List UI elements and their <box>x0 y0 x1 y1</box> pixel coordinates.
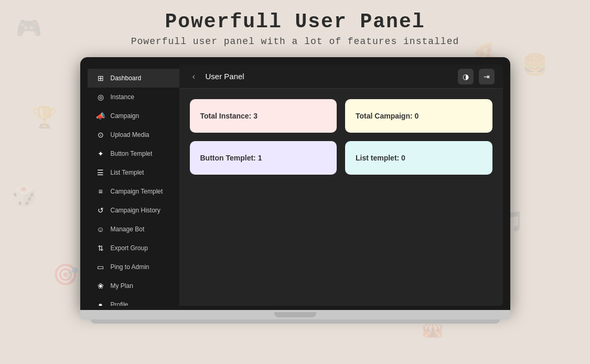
sidebar-item-campaign-templet[interactable]: ≡Campaign Templet <box>88 182 179 201</box>
ping-to-admin-icon: ▭ <box>96 262 105 272</box>
sidebar-label-upload-media: Upload Media <box>111 131 149 138</box>
manage-bot-icon: ☺ <box>96 224 105 234</box>
stat-label-button-templet: Button Templet: 1 <box>200 154 262 162</box>
sidebar-label-my-plan: My Plan <box>111 282 133 290</box>
logout-button[interactable]: ⇥ <box>479 69 495 84</box>
sidebar-item-my-plan[interactable]: ❀My Plan <box>88 276 179 295</box>
sidebar-label-manage-bot: Manage Bot <box>111 226 145 233</box>
sidebar-label-list-templet: List Templet <box>111 169 144 176</box>
sidebar-item-upload-media[interactable]: ⊙Upload Media <box>88 125 179 144</box>
sidebar-item-ping-to-admin[interactable]: ▭Ping to Admin <box>88 258 179 276</box>
app-container: ⊞Dashboard◎Instance📣Campaign⊙Upload Medi… <box>88 65 503 306</box>
sidebar-label-campaign-templet: Campaign Templet <box>111 188 163 195</box>
page-title: Powerfull User Panel <box>131 10 459 33</box>
laptop-foot <box>91 319 500 324</box>
campaign-templet-icon: ≡ <box>96 187 105 196</box>
sidebar-label-ping-to-admin: Ping to Admin <box>111 263 149 271</box>
header-left: ‹ User Panel <box>188 70 244 83</box>
sidebar-label-campaign: Campaign <box>111 112 140 120</box>
main-content: ‹ User Panel ◑ ⇥ Total Instance: 3Total … <box>179 65 503 306</box>
dashboard-icon: ⊞ <box>96 73 105 83</box>
campaign-history-icon: ↺ <box>96 206 105 215</box>
upload-media-icon: ⊙ <box>96 130 105 140</box>
laptop-bezel: ⊞Dashboard◎Instance📣Campaign⊙Upload Medi… <box>80 57 510 310</box>
button-templet-icon: ✦ <box>96 149 105 158</box>
sidebar-label-button-templet: Button Templet <box>111 150 153 157</box>
sidebar-item-button-templet[interactable]: ✦Button Templet <box>88 144 179 163</box>
sidebar-item-dashboard[interactable]: ⊞Dashboard <box>88 69 179 88</box>
sidebar-label-campaign-history: Campaign History <box>111 207 160 214</box>
sidebar-item-campaign-history[interactable]: ↺Campaign History <box>88 201 179 220</box>
sidebar-label-dashboard: Dashboard <box>111 74 142 82</box>
sidebar: ⊞Dashboard◎Instance📣Campaign⊙Upload Medi… <box>88 65 179 306</box>
stat-card-total-campaign: Total Campaign: 0 <box>345 99 492 133</box>
sidebar-item-instance[interactable]: ◎Instance <box>88 88 179 106</box>
sidebar-label-export-group: Export Group <box>111 244 148 252</box>
sidebar-item-profile[interactable]: ●Profile <box>88 295 179 306</box>
list-templet-icon: ☰ <box>96 168 105 177</box>
stat-label-list-templet: List templet: 0 <box>356 154 405 162</box>
instance-icon: ◎ <box>96 92 105 102</box>
sidebar-item-export-group[interactable]: ⇅Export Group <box>88 239 179 258</box>
sidebar-item-campaign[interactable]: 📣Campaign <box>88 106 179 125</box>
page-subtitle: Powerfull user panel with a lot of featu… <box>131 36 459 47</box>
page-header: Powerfull User Panel Powerfull user pane… <box>131 0 459 52</box>
campaign-icon: 📣 <box>96 111 105 121</box>
theme-button[interactable]: ◑ <box>458 69 474 84</box>
stat-card-button-templet: Button Templet: 1 <box>190 141 337 175</box>
header-actions: ◑ ⇥ <box>458 69 495 84</box>
collapse-button[interactable]: ‹ <box>188 70 200 83</box>
sidebar-item-manage-bot[interactable]: ☺Manage Bot <box>88 220 179 239</box>
sidebar-item-list-templet[interactable]: ☰List Templet <box>88 163 179 182</box>
stat-card-list-templet: List templet: 0 <box>345 141 492 175</box>
profile-icon: ● <box>96 300 105 306</box>
dashboard-content: Total Instance: 3Total Campaign: 0Button… <box>179 89 503 306</box>
my-plan-icon: ❀ <box>96 281 105 291</box>
laptop-notch <box>274 312 316 317</box>
laptop-base <box>80 310 510 319</box>
laptop-wrapper: ⊞Dashboard◎Instance📣Campaign⊙Upload Medi… <box>80 57 510 324</box>
stat-label-total-campaign: Total Campaign: 0 <box>356 112 419 120</box>
laptop-screen: ⊞Dashboard◎Instance📣Campaign⊙Upload Medi… <box>88 65 503 306</box>
header-bar: ‹ User Panel ◑ ⇥ <box>179 65 503 89</box>
export-group-icon: ⇅ <box>96 243 105 253</box>
sidebar-label-instance: Instance <box>111 93 134 101</box>
stat-label-total-instance: Total Instance: 3 <box>200 112 258 120</box>
sidebar-label-profile: Profile <box>111 301 128 306</box>
stat-card-total-instance: Total Instance: 3 <box>190 99 337 133</box>
header-title: User Panel <box>206 72 244 81</box>
